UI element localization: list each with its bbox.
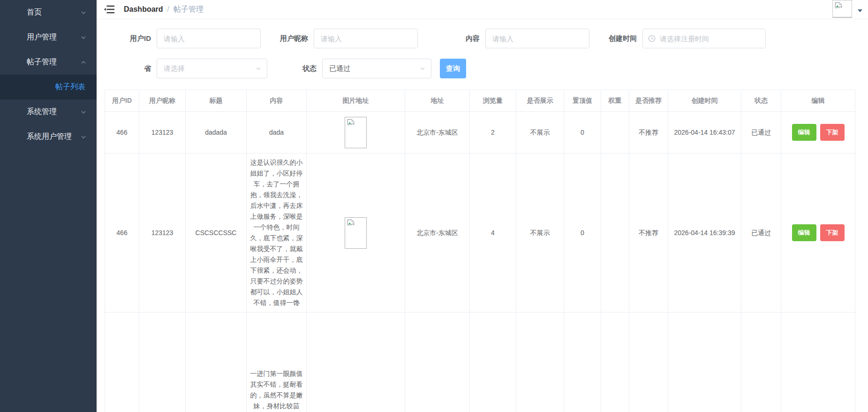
province-label: 省: [97, 64, 151, 73]
cell-is-show: [516, 313, 564, 412]
user-menu[interactable]: [832, 0, 862, 18]
cell-top-value: [564, 313, 601, 412]
breadcrumb-current-page: 帖子管理: [174, 5, 204, 15]
search-button[interactable]: 查询: [440, 59, 466, 78]
cell-image: [307, 153, 405, 313]
chevron-down-icon: [81, 10, 86, 15]
cell-is-show: 不展示: [516, 112, 564, 153]
column-header: 内容: [247, 90, 307, 112]
cell-nickname: [139, 313, 186, 412]
user-id-input[interactable]: [157, 29, 261, 48]
edit-button[interactable]: 编辑: [792, 124, 816, 141]
broken-image-icon: [346, 219, 355, 228]
cell-is-recommend: 不推荐: [629, 153, 668, 313]
cell-user-id: 466: [105, 112, 139, 153]
chevron-down-icon: [256, 66, 261, 71]
cell-status: [741, 313, 781, 412]
edit-button[interactable]: 编辑: [792, 224, 816, 241]
column-header: 图片地址: [307, 90, 405, 112]
nickname-input[interactable]: [314, 29, 418, 48]
sidebar-item-menu-1[interactable]: 用户管理: [0, 25, 97, 50]
cell-content: 这是认识很久的小姐姐了，小区好停车，去了一个拥抱，领我去洗澡，后水中潇，再去床上…: [247, 153, 307, 313]
cell-image: [307, 112, 405, 153]
cell-nickname: 123123: [139, 112, 186, 153]
province-select[interactable]: 请选择: [157, 59, 267, 78]
filter-row-1: 用户ID 用户昵称 内容 创建时间: [97, 29, 868, 48]
posts-table: 用户ID用户昵称标题内容图片地址地址浏览量是否展示置顶值权重是否推荐创建时间状态…: [105, 90, 855, 412]
clock-icon: [648, 35, 656, 42]
broken-image-icon: [834, 1, 843, 11]
created-time-picker[interactable]: [642, 29, 766, 48]
sidebar-item-label: 首页: [27, 8, 42, 17]
column-header: 用户昵称: [139, 90, 186, 112]
main-content: 用户ID 用户昵称 内容 创建时间 省 请选择 状态 已通过: [97, 19, 868, 412]
table-row: 466123123CSCSCCSSC这是认识很久的小姐姐了，小区好停车，去了一个…: [105, 153, 855, 313]
column-header: 是否推荐: [629, 90, 668, 112]
cell-top-value: 0: [564, 112, 601, 153]
avatar[interactable]: [832, 0, 852, 18]
sidebar-item-menu-5[interactable]: 系统用户管理: [0, 124, 97, 149]
sidebar-item-label: 帖子管理: [27, 57, 57, 67]
sidebar-item-menu-4[interactable]: 系统管理: [0, 99, 97, 124]
user-id-label: 用户ID: [97, 34, 151, 43]
cell-content: dada: [247, 112, 307, 153]
cell-status: 已通过: [741, 153, 781, 313]
cell-is-show: 不展示: [516, 153, 564, 313]
status-label: 状态: [267, 64, 317, 73]
cell-weight: [601, 112, 629, 153]
takedown-button[interactable]: 下架: [820, 224, 845, 241]
sidebar-item-label: 系统管理: [27, 107, 57, 117]
top-header: Dashboard / 帖子管理: [97, 0, 868, 19]
nickname-label: 用户昵称: [261, 34, 308, 43]
cell-created-at: [668, 313, 741, 412]
status-select[interactable]: 已通过: [322, 59, 431, 78]
sidebar-item-menu-0[interactable]: 首页: [0, 0, 97, 25]
takedown-button[interactable]: 下架: [820, 124, 845, 141]
province-select-placeholder: 请选择: [164, 64, 185, 73]
cell-content: 一进门第一眼颜值其实不错，挺耐看的，虽然不算是嫩妹，身材比较苗条，偏瘦。洗澡比较…: [247, 313, 307, 412]
column-header: 创建时间: [668, 90, 741, 112]
cell-nickname: 123123: [139, 153, 186, 313]
chevron-down-icon: [81, 134, 86, 140]
chevron-down-icon: [81, 109, 86, 115]
content-input[interactable]: [485, 29, 589, 48]
cell-created-at: 2026-04-14 16:39:39: [668, 153, 741, 313]
cell-status: 已通过: [741, 112, 781, 153]
breadcrumb: Dashboard / 帖子管理: [124, 5, 204, 15]
breadcrumb-dashboard-link[interactable]: Dashboard: [124, 5, 163, 14]
cell-created-at: 2026-04-14 16:43:07: [668, 112, 741, 153]
cell-views: [470, 313, 516, 412]
cell-address: 北京市-东城区: [405, 153, 470, 313]
sidebar-item-label: 帖子列表: [55, 82, 85, 92]
cell-actions: 编辑下架: [781, 112, 855, 153]
column-header: 是否展示: [516, 90, 564, 112]
cell-title: dadada: [186, 112, 247, 153]
sidebar-item-label: 用户管理: [27, 32, 57, 42]
sidebar-item-post-list[interactable]: 帖子列表: [0, 75, 97, 99]
cell-image: [307, 313, 405, 412]
sidebar-collapse-icon[interactable]: [104, 5, 114, 14]
broken-image-icon: [346, 118, 355, 128]
cell-weight: [601, 153, 629, 313]
column-header: 浏览量: [470, 90, 516, 112]
cell-user-id: [105, 313, 139, 412]
table-row: 一进门第一眼颜值其实不错，挺耐看的，虽然不算是嫩妹，身材比较苗条，偏瘦。洗澡比较…: [105, 313, 855, 412]
image-placeholder: [345, 217, 367, 249]
cell-is-recommend: [629, 313, 668, 412]
user-menu-caret-icon[interactable]: [858, 9, 862, 12]
created-time-label: 创建时间: [589, 34, 637, 43]
cell-address: 北京市-东城区: [405, 112, 470, 153]
table-row: 466123123dadadadada 北京市-东城区2不展示0不推荐2026-…: [105, 112, 855, 153]
cell-views: 4: [470, 153, 516, 313]
chevron-down-icon: [420, 66, 425, 71]
created-time-input[interactable]: [642, 29, 766, 48]
filter-row-2: 省 请选择 状态 已通过 查询: [97, 59, 868, 78]
posts-table-wrap: 用户ID用户昵称标题内容图片地址地址浏览量是否展示置顶值权重是否推荐创建时间状态…: [105, 90, 868, 412]
breadcrumb-separator: /: [167, 5, 169, 14]
table-header-row: 用户ID用户昵称标题内容图片地址地址浏览量是否展示置顶值权重是否推荐创建时间状态…: [105, 90, 855, 112]
cell-title: [186, 313, 247, 412]
sidebar-item-menu-2[interactable]: 帖子管理: [0, 50, 97, 75]
chevron-up-icon: [81, 60, 86, 65]
cell-is-recommend: 不推荐: [629, 112, 668, 153]
cell-actions: [781, 313, 855, 412]
